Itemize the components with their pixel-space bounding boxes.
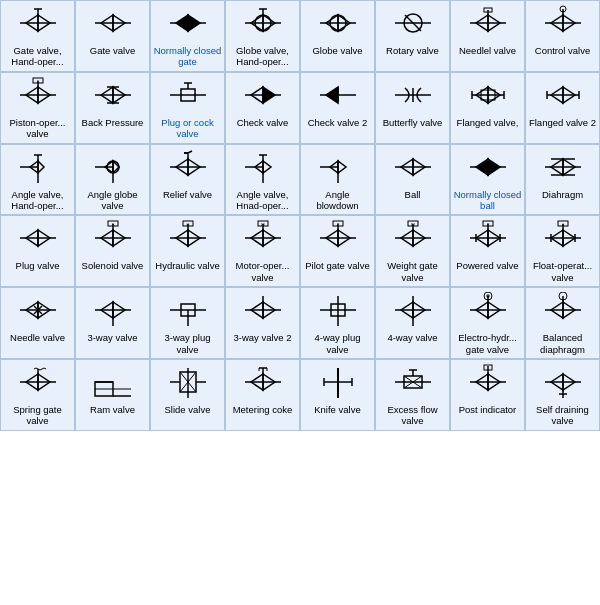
valve-cell: P Powered valve — [450, 215, 525, 287]
valve-cell: Angle blowdown — [300, 144, 375, 216]
valve-symbol — [241, 77, 285, 115]
valve-label: Normally closed gate — [153, 45, 222, 68]
valve-label: Knife valve — [314, 404, 360, 415]
valve-label: Plug valve — [16, 260, 60, 271]
valve-cell: Gate valve, Hand-oper... — [0, 0, 75, 72]
svg-text:H: H — [186, 222, 189, 227]
valve-label: Needlel valve — [459, 45, 516, 56]
valve-label: Gate valve — [90, 45, 135, 56]
valve-label: 3-way plug valve — [153, 332, 222, 355]
valve-cell: # Float-operat... valve — [525, 215, 600, 287]
valve-cell: S Solenoid valve — [75, 215, 150, 287]
valve-label: Powered valve — [456, 260, 518, 271]
valve-cell: Angle valve, Hnad-oper... — [225, 144, 300, 216]
valve-symbol: # — [541, 220, 585, 258]
svg-marker-111 — [338, 161, 346, 173]
valve-label: Piston-oper... valve — [3, 117, 72, 140]
valve-cell: Globe valve, Hand-oper... — [225, 0, 300, 72]
valve-label: 3-way valve — [87, 332, 137, 343]
valve-symbol — [241, 149, 285, 187]
svg-marker-118 — [476, 159, 488, 175]
valve-cell: Back Pressure — [75, 72, 150, 144]
valve-symbol: H — [166, 220, 210, 258]
valve-cell: Excess flow valve — [375, 359, 450, 431]
valve-symbol — [316, 292, 360, 330]
valve-symbol — [316, 5, 360, 43]
valve-cell: Flanged valve, — [450, 72, 525, 144]
svg-marker-12 — [176, 15, 188, 31]
valve-label: Rotary valve — [386, 45, 439, 56]
valve-label: Butterfly valve — [383, 117, 443, 128]
valve-symbol — [391, 77, 435, 115]
valve-symbol — [541, 77, 585, 115]
valve-symbol — [316, 364, 360, 402]
valve-symbol — [16, 149, 60, 187]
svg-marker-119 — [488, 159, 500, 175]
svg-marker-105 — [263, 161, 271, 173]
valve-label: Needle valve — [10, 332, 65, 343]
valve-symbol — [391, 149, 435, 187]
valve-label: Balanced diaphragm — [528, 332, 597, 355]
valve-cell: Flanged valve 2 — [525, 72, 600, 144]
valve-symbol — [91, 292, 135, 330]
valve-label: Float-operat... valve — [528, 260, 597, 283]
svg-marker-67 — [326, 87, 338, 103]
valve-cell: Spring gate valve — [0, 359, 75, 431]
valve-symbol — [541, 292, 585, 330]
valve-cell: Needle valve — [0, 287, 75, 359]
valve-label: Hydraulic valve — [155, 260, 219, 271]
valve-label: Metering coke — [233, 404, 293, 415]
valve-label: Check valve 2 — [308, 117, 368, 128]
svg-text:M: M — [261, 222, 264, 227]
valve-label: Motor-oper... valve — [228, 260, 297, 283]
valve-cell: Electro-hydr... gate valve — [450, 287, 525, 359]
valve-cell: 4-way valve — [375, 287, 450, 359]
valve-symbol: M — [241, 220, 285, 258]
valve-symbol — [541, 149, 585, 187]
valve-cell: 4-way plug valve — [300, 287, 375, 359]
valve-symbol: S — [91, 220, 135, 258]
valve-cell: Normally closed gate — [150, 0, 225, 72]
valve-symbol — [466, 292, 510, 330]
valve-cell: Gate valve — [75, 0, 150, 72]
valve-cell: Check valve 2 — [300, 72, 375, 144]
valve-symbol — [91, 149, 135, 187]
valve-label: Ram valve — [90, 404, 135, 415]
valve-label: Pilot gate valve — [305, 260, 369, 271]
valve-cell: Ball — [375, 144, 450, 216]
valve-symbol — [316, 149, 360, 187]
valve-label: 4-way valve — [387, 332, 437, 343]
valve-symbol — [16, 5, 60, 43]
valve-label: Angle globe valve — [78, 189, 147, 212]
valve-symbol — [391, 292, 435, 330]
valve-label: 3-way valve 2 — [233, 332, 291, 343]
valve-symbol — [241, 292, 285, 330]
valve-grid: Gate valve, Hand-oper... Gate valve Norm… — [0, 0, 600, 431]
svg-text:P: P — [336, 222, 339, 227]
valve-cell: Control valve — [525, 0, 600, 72]
valve-symbol — [466, 364, 510, 402]
valve-symbol — [166, 292, 210, 330]
valve-label: 4-way plug valve — [303, 332, 372, 355]
valve-symbol — [91, 5, 135, 43]
valve-label: Solenoid valve — [82, 260, 144, 271]
valve-label: Electro-hydr... gate valve — [453, 332, 522, 355]
valve-symbol — [91, 77, 135, 115]
valve-cell: H Hydraulic valve — [150, 215, 225, 287]
valve-label: Control valve — [535, 45, 590, 56]
valve-symbol — [466, 5, 510, 43]
valve-cell: Plug valve — [0, 215, 75, 287]
svg-marker-13 — [188, 15, 200, 31]
valve-label: Weight gate valve — [378, 260, 447, 283]
valve-label: Spring gate valve — [3, 404, 72, 427]
valve-cell: P Pilot gate valve — [300, 215, 375, 287]
svg-text:P: P — [486, 222, 489, 227]
valve-symbol — [166, 5, 210, 43]
valve-cell: M Motor-oper... valve — [225, 215, 300, 287]
valve-label: Check valve — [237, 117, 289, 128]
valve-cell: Diahragm — [525, 144, 600, 216]
valve-symbol: S — [16, 77, 60, 115]
valve-cell: Butterfly valve — [375, 72, 450, 144]
valve-label: Back Pressure — [82, 117, 144, 128]
valve-label: Angle valve, Hand-oper... — [3, 189, 72, 212]
